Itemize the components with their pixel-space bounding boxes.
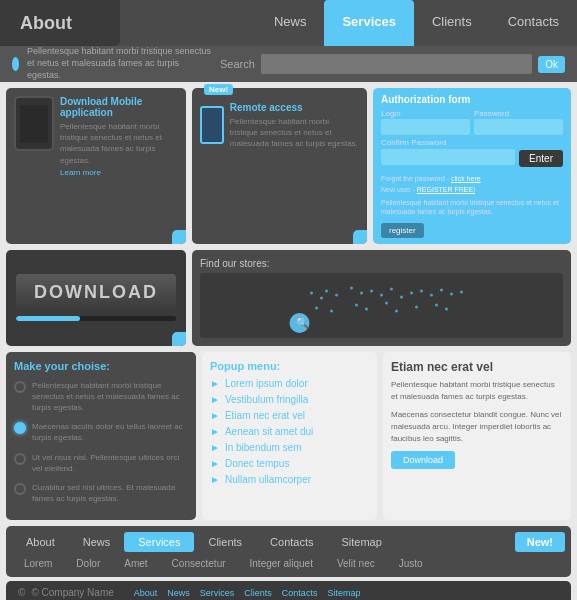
content-row-1: Download Mobile application Pellentesque… (0, 82, 577, 250)
popup-item-3[interactable]: ► Etiam nec erat vel (210, 410, 369, 421)
popup-item-4[interactable]: ► Aenean sit amet dui (210, 426, 369, 437)
popup-item-7[interactable]: ► Nullam ullamcorper (210, 474, 369, 485)
footer-link-contacts[interactable]: Contacts (282, 588, 318, 598)
svg-point-11 (410, 291, 413, 294)
popup-item-5[interactable]: ► In bibendum sem (210, 442, 369, 453)
popup-link-4[interactable]: Aenean sit amet dui (225, 426, 313, 437)
password-input[interactable] (474, 119, 563, 135)
remote-access-card: New! Remote access Pellentesque habitant… (192, 88, 367, 244)
search-ok-button[interactable]: Ok (538, 56, 565, 73)
choice-panel-title: Make your choise: (14, 360, 188, 372)
svg-point-3 (335, 293, 338, 296)
radio-icon-1[interactable] (14, 381, 26, 393)
svg-point-16 (460, 290, 463, 293)
phone-screen (20, 105, 48, 143)
login-input[interactable] (381, 119, 470, 135)
svg-point-7 (370, 289, 373, 292)
svg-point-6 (360, 291, 363, 294)
popup-link-2[interactable]: Vestibulum fringilla (225, 394, 308, 405)
enter-button[interactable]: Enter (519, 150, 563, 167)
bottom-nav-about[interactable]: About (12, 532, 69, 552)
svg-point-10 (400, 295, 403, 298)
svg-rect-0 (282, 273, 482, 338)
footer-links: About News Services Clients Contacts Sit… (134, 588, 361, 598)
choice-item-3[interactable]: Ut vel risus nisl. Pellentesque ultrices… (14, 452, 188, 474)
svg-point-22 (395, 309, 398, 312)
popup-item-2[interactable]: ► Vestibulum fringilla (210, 394, 369, 405)
svg-point-13 (430, 293, 433, 296)
bottom-sub-amet[interactable]: Amet (112, 556, 159, 571)
footer-link-about[interactable]: About (134, 588, 158, 598)
corner-accent-icon (172, 230, 186, 244)
bottom-sub-lorem[interactable]: Lorem (12, 556, 64, 571)
download-progress-bar (16, 316, 176, 321)
footer: © © Company Name About News Services Cli… (6, 581, 571, 600)
bottom-nav-services[interactable]: Services (124, 532, 194, 552)
bottom-sub-dolor[interactable]: Dolor (64, 556, 112, 571)
avatar-icon (12, 57, 19, 71)
search-description: Pellentesque habitant morbi tristique se… (27, 46, 212, 81)
bottom-nav-contacts[interactable]: Contacts (256, 532, 327, 552)
popup-link-6[interactable]: Donec tempus (225, 458, 289, 469)
content-row-2: DOWNLOAD Find our stores: (0, 250, 577, 352)
nav-item-services[interactable]: Services (324, 0, 414, 46)
svg-point-1 (310, 291, 313, 294)
popup-item-6[interactable]: ► Donec tempus (210, 458, 369, 469)
right-download-button[interactable]: Download (391, 451, 455, 469)
download-card-title: Download Mobile application (60, 96, 178, 118)
arrow-icon-2: ► (210, 394, 220, 405)
bottom-sub-justo[interactable]: Justo (387, 556, 435, 571)
bottom-nav-sitemap[interactable]: Sitemap (328, 532, 396, 552)
corner-accent-icon-3 (172, 332, 186, 346)
right-panel-title: Etiam nec erat vel (391, 360, 563, 374)
choice-item-1[interactable]: Pellentesque habitant morbi tristique se… (14, 380, 188, 414)
svg-point-17 (315, 306, 318, 309)
svg-point-14 (440, 288, 443, 291)
nav-brand[interactable]: About (0, 0, 120, 46)
popup-link-3[interactable]: Etiam nec erat vel (225, 410, 305, 421)
footer-link-clients[interactable]: Clients (244, 588, 272, 598)
map-area: 🔍 (200, 273, 563, 338)
search-input[interactable] (261, 54, 532, 74)
learn-more-link[interactable]: Learn more (60, 168, 101, 177)
remote-card-body: Pellentesque habitant morbi tristique se… (230, 116, 359, 150)
popup-item-1[interactable]: ► Lorem ipsum dolor (210, 378, 369, 389)
nav-item-contacts[interactable]: Contacts (490, 0, 577, 46)
bottom-sub-integer[interactable]: Integer aliquet (238, 556, 325, 571)
copyright-icon: © (18, 587, 25, 598)
register-button[interactable]: register (381, 223, 424, 238)
bottom-sub-velit[interactable]: Velit nec (325, 556, 387, 571)
forgot-link[interactable]: click here (451, 175, 481, 182)
stores-card: Find our stores: (192, 250, 571, 346)
popup-panel-title: Popup menu: (210, 360, 369, 372)
radio-icon-3[interactable] (14, 453, 26, 465)
radio-icon-4[interactable] (14, 483, 26, 495)
top-navigation: About News Services Clients Contacts (0, 0, 577, 46)
confirm-password-input[interactable] (381, 149, 515, 165)
footer-link-news[interactable]: News (167, 588, 190, 598)
popup-link-7[interactable]: Nullam ullamcorper (225, 474, 311, 485)
footer-link-services[interactable]: Services (200, 588, 235, 598)
download-progress-fill (16, 316, 80, 321)
auth-card: Authorization form Login Password Confir… (373, 88, 571, 244)
auth-title: Authorization form (381, 94, 563, 105)
arrow-icon-7: ► (210, 474, 220, 485)
bottom-nav-clients[interactable]: Clients (194, 532, 256, 552)
popup-link-1[interactable]: Lorem ipsum dolor (225, 378, 308, 389)
footer-link-sitemap[interactable]: Sitemap (327, 588, 360, 598)
auth-fields-row: Login Password (381, 109, 563, 135)
radio-icon-2[interactable] (14, 422, 26, 434)
bottom-nav-news[interactable]: News (69, 532, 125, 552)
popup-link-5[interactable]: In bibendum sem (225, 442, 302, 453)
choice-item-4[interactable]: Curabitur sed nisl ultrices. Et malesuad… (14, 482, 188, 504)
bottom-new-badge: New! (515, 532, 565, 552)
choice-item-2[interactable]: Maecenas iaculis dolor eu tellus laoreet… (14, 421, 188, 443)
register-link[interactable]: REGISTER FREE! (417, 186, 475, 193)
arrow-icon-5: ► (210, 442, 220, 453)
footer-brand: © © Company Name (18, 587, 114, 598)
popup-panel: Popup menu: ► Lorem ipsum dolor ► Vestib… (202, 352, 377, 521)
nav-item-news[interactable]: News (256, 0, 325, 46)
download-big-button[interactable]: DOWNLOAD (16, 274, 176, 311)
bottom-sub-consectetur[interactable]: Consectetur (160, 556, 238, 571)
nav-item-clients[interactable]: Clients (414, 0, 490, 46)
